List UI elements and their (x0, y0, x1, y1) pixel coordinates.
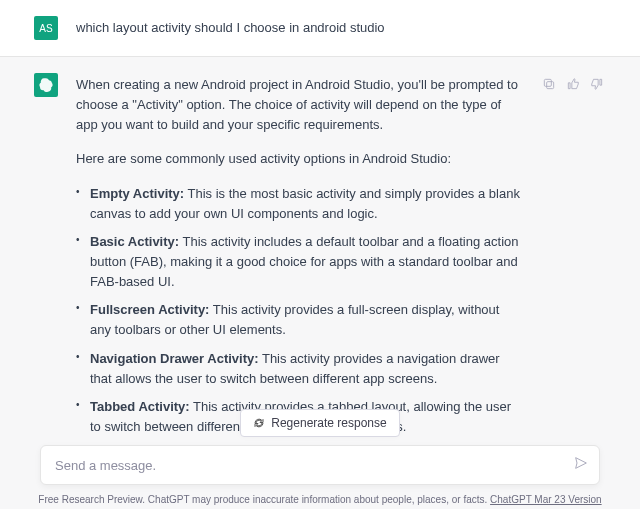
svg-rect-0 (547, 82, 554, 89)
footer-disclaimer: Free Research Preview. ChatGPT may produ… (0, 494, 640, 505)
list-item-title: Empty Activity: (90, 186, 184, 201)
regenerate-label: Regenerate response (271, 416, 386, 430)
list-item-title: Fullscreen Activity: (90, 302, 209, 317)
refresh-icon (253, 417, 265, 429)
activity-list: Empty Activity: This is the most basic a… (76, 184, 522, 486)
message-input-box[interactable] (40, 445, 600, 485)
thumbs-down-icon[interactable] (588, 75, 606, 93)
message-input[interactable] (55, 458, 559, 473)
user-message: AS which layout activity should I choose… (0, 0, 640, 57)
assistant-intro-paragraph: When creating a new Android project in A… (76, 75, 522, 135)
copy-icon[interactable] (540, 75, 558, 93)
user-avatar: AS (34, 16, 58, 40)
footer-version-link[interactable]: ChatGPT Mar 23 Version (490, 494, 602, 505)
list-item: Basic Activity: This activity includes a… (76, 232, 522, 292)
user-message-text: which layout activity should I choose in… (76, 16, 606, 40)
assistant-avatar (34, 73, 58, 97)
assistant-message: When creating a new Android project in A… (0, 57, 640, 509)
footer-text: Free Research Preview. ChatGPT may produ… (38, 494, 490, 505)
assistant-actions (540, 73, 606, 493)
list-item-title: Navigation Drawer Activity: (90, 351, 259, 366)
list-item: Empty Activity: This is the most basic a… (76, 184, 522, 224)
list-item: Navigation Drawer Activity: This activit… (76, 349, 522, 389)
svg-rect-1 (544, 79, 551, 86)
list-item: Fullscreen Activity: This activity provi… (76, 300, 522, 340)
regenerate-button[interactable]: Regenerate response (240, 409, 399, 437)
list-item-title: Tabbed Activity: (90, 399, 190, 414)
thumbs-up-icon[interactable] (564, 75, 582, 93)
assistant-list-intro: Here are some commonly used activity opt… (76, 149, 522, 169)
app-root: AS which layout activity should I choose… (0, 0, 640, 509)
list-item-title: Basic Activity: (90, 234, 179, 249)
openai-logo-icon (38, 77, 54, 93)
send-icon[interactable] (573, 455, 589, 475)
input-row (0, 445, 640, 485)
